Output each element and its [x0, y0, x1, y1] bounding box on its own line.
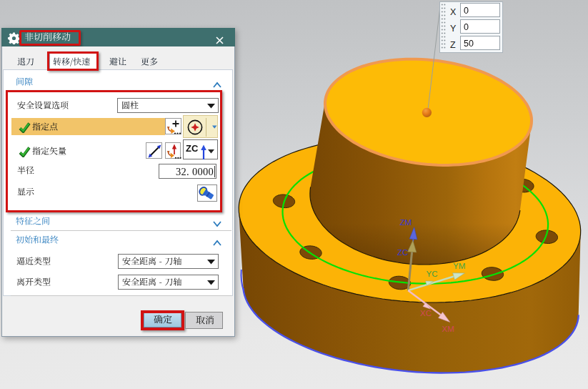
- svg-text:XM: XM: [442, 325, 454, 333]
- svg-text:ZC: ZC: [397, 248, 408, 257]
- svg-text:XC: XC: [420, 309, 432, 317]
- svg-text:YM: YM: [453, 262, 465, 270]
- svg-text:ZM: ZM: [400, 218, 412, 227]
- svg-text:YC: YC: [427, 270, 438, 278]
